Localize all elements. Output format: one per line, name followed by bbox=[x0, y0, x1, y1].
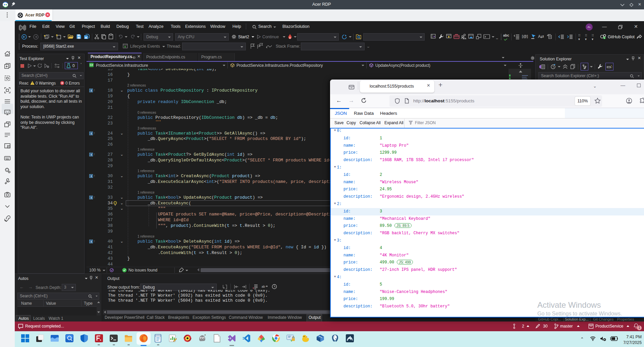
svg-text:ab: ab bbox=[262, 285, 265, 288]
